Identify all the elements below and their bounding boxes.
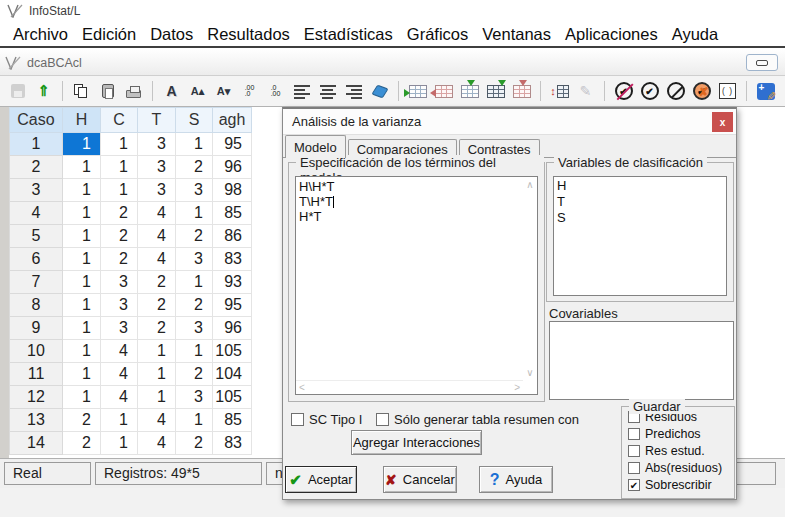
accept-button[interactable]: ✔ Aceptar — [285, 466, 357, 493]
cell[interactable]: 1 — [63, 386, 101, 409]
align-left-icon[interactable] — [289, 80, 314, 103]
summary-checkbox-row[interactable]: Sólo generar tabla resumen con — [376, 412, 579, 427]
fill-color-icon[interactable] — [367, 80, 392, 103]
cell[interactable]: 1 — [63, 133, 101, 156]
delete-row-icon[interactable] — [431, 80, 456, 103]
print-icon[interactable] — [121, 80, 146, 103]
cell[interactable]: 3 — [101, 271, 138, 294]
cell[interactable]: 3 — [176, 248, 213, 271]
cell[interactable]: 86 — [213, 225, 252, 248]
cell[interactable]: 2 — [176, 156, 213, 179]
guardar-option-row[interactable]: Abs(residuos) — [628, 461, 734, 475]
cell[interactable]: 1 — [63, 363, 101, 386]
minimize-button[interactable] — [746, 54, 778, 71]
cell[interactable]: 1 — [63, 317, 101, 340]
align-right-icon[interactable] — [341, 80, 366, 103]
cell[interactable]: 105 — [213, 386, 252, 409]
cell[interactable]: 1 — [176, 202, 213, 225]
close-button[interactable]: x — [712, 112, 733, 132]
dialog-title-bar[interactable]: Análisis de la varianza x — [283, 109, 736, 135]
list-item[interactable]: T — [557, 194, 723, 210]
covariables-listbox[interactable] — [549, 321, 734, 400]
cell[interactable]: 1 — [101, 156, 138, 179]
copy-icon[interactable] — [69, 80, 94, 103]
cell[interactable]: 1 — [176, 271, 213, 294]
menu-resultados[interactable]: Resultados — [200, 25, 297, 44]
column-header[interactable]: C — [101, 108, 138, 133]
search-cases-icon[interactable] — [663, 80, 688, 103]
cell[interactable]: 4 — [101, 386, 138, 409]
insert-row-icon[interactable] — [405, 80, 430, 103]
decimals-decrease-icon[interactable]: .00 .0 — [237, 80, 262, 103]
cell[interactable]: 1 — [101, 409, 138, 432]
activate-cases-icon[interactable]: ✔ — [637, 80, 662, 103]
sc-tipo-checkbox-row[interactable]: SC Tipo I — [291, 412, 362, 427]
add-interactions-button[interactable]: Agregar Interacciones — [351, 430, 482, 455]
column-header[interactable]: S — [176, 108, 213, 133]
brackets-icon[interactable]: ( ) — [715, 80, 740, 103]
cell[interactable]: 96 — [213, 156, 252, 179]
cell[interactable]: 1 — [101, 179, 138, 202]
guardar-option-row[interactable]: Res estud. — [628, 444, 734, 458]
cell[interactable]: 95 — [213, 294, 252, 317]
cell[interactable]: 83 — [213, 432, 252, 455]
menu-aplicaciones[interactable]: Aplicaciones — [558, 25, 665, 44]
row-header[interactable]: 2 — [10, 156, 63, 179]
scroll-up-icon[interactable]: ∧ — [526, 179, 533, 190]
cell[interactable]: 2 — [138, 271, 176, 294]
invert-activation-icon[interactable]: ✔✘ — [689, 80, 714, 103]
cell[interactable]: 3 — [138, 179, 176, 202]
cell[interactable]: 1 — [63, 294, 101, 317]
cell[interactable]: 2 — [63, 432, 101, 455]
column-header[interactable]: Caso — [10, 108, 63, 133]
cell[interactable]: 2 — [101, 225, 138, 248]
cell[interactable]: 105 — [213, 340, 252, 363]
row-header[interactable]: 11 — [10, 363, 63, 386]
cell[interactable]: 3 — [176, 317, 213, 340]
row-header[interactable]: 13 — [10, 409, 63, 432]
cancel-button[interactable]: ✘ Cancelar — [383, 466, 457, 493]
cell[interactable]: 2 — [63, 409, 101, 432]
row-header[interactable]: 14 — [10, 432, 63, 455]
cell[interactable]: 4 — [101, 363, 138, 386]
cell[interactable]: 4 — [138, 409, 176, 432]
cell[interactable]: 1 — [63, 202, 101, 225]
deactivate-cases-icon[interactable]: ✔ — [611, 80, 636, 103]
row-header[interactable]: 8 — [10, 294, 63, 317]
sort-icon[interactable]: ↕ — [547, 80, 572, 103]
cell[interactable]: 1 — [176, 409, 213, 432]
menu-archivo[interactable]: Archivo — [6, 25, 75, 44]
cell[interactable]: 2 — [101, 248, 138, 271]
cell[interactable]: 1 — [138, 363, 176, 386]
cell[interactable]: 2 — [176, 294, 213, 317]
cell[interactable]: 2 — [176, 432, 213, 455]
cell[interactable]: 2 — [138, 294, 176, 317]
cell[interactable]: 98 — [213, 179, 252, 202]
cell[interactable]: 4 — [138, 248, 176, 271]
font-increase-icon[interactable]: A▴ — [185, 80, 210, 103]
cell[interactable]: 3 — [101, 294, 138, 317]
align-center-icon[interactable] — [315, 80, 340, 103]
cell[interactable]: 2 — [176, 363, 213, 386]
row-header[interactable]: 1 — [10, 133, 63, 156]
cell[interactable]: 83 — [213, 248, 252, 271]
cell[interactable]: 85 — [213, 202, 252, 225]
menu-datos[interactable]: Datos — [143, 25, 200, 44]
cell[interactable]: 2 — [101, 202, 138, 225]
row-header[interactable]: 5 — [10, 225, 63, 248]
row-header[interactable]: 12 — [10, 386, 63, 409]
cell[interactable]: 4 — [138, 432, 176, 455]
cell[interactable]: 3 — [101, 317, 138, 340]
menu-gráficos[interactable]: Gráficos — [400, 25, 475, 44]
cell[interactable]: 4 — [101, 340, 138, 363]
scroll-left-icon[interactable]: < — [299, 382, 305, 393]
row-header[interactable]: 4 — [10, 202, 63, 225]
data-tool-icon[interactable]: +✎ — [753, 80, 778, 103]
row-header[interactable]: 6 — [10, 248, 63, 271]
guardar-checkbox[interactable] — [628, 462, 640, 474]
cell[interactable]: 1 — [63, 340, 101, 363]
cell[interactable]: 1 — [101, 432, 138, 455]
row-header[interactable]: 9 — [10, 317, 63, 340]
insert-table-icon[interactable] — [483, 80, 508, 103]
list-item[interactable]: S — [557, 210, 723, 226]
